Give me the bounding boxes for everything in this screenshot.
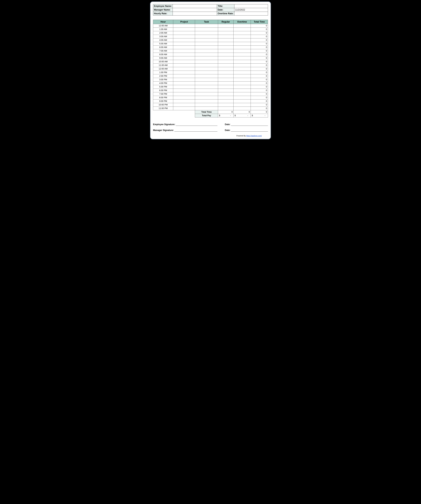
cell-task[interactable] bbox=[195, 64, 218, 67]
cell-overtime[interactable] bbox=[233, 28, 251, 31]
cell-overtime[interactable] bbox=[233, 100, 251, 103]
cell-regular[interactable] bbox=[218, 89, 233, 92]
cell-project[interactable] bbox=[173, 53, 195, 56]
cell-task[interactable] bbox=[195, 28, 218, 31]
cell-task[interactable] bbox=[195, 35, 218, 38]
cell-regular[interactable] bbox=[218, 46, 233, 49]
cell-overtime[interactable] bbox=[233, 35, 251, 38]
cell-task[interactable] bbox=[195, 89, 218, 92]
cell-project[interactable] bbox=[173, 100, 195, 103]
cell-overtime[interactable] bbox=[233, 60, 251, 64]
cell-project[interactable] bbox=[173, 71, 195, 74]
cell-task[interactable] bbox=[195, 78, 218, 82]
cell-regular[interactable] bbox=[218, 64, 233, 67]
manager-signature-line[interactable] bbox=[174, 129, 217, 132]
cell-project[interactable] bbox=[173, 89, 195, 92]
cell-overtime[interactable] bbox=[233, 85, 251, 89]
cell-regular[interactable] bbox=[218, 24, 233, 28]
cell-task[interactable] bbox=[195, 24, 218, 28]
cell-regular[interactable] bbox=[218, 107, 233, 110]
cell-regular[interactable] bbox=[218, 60, 233, 64]
cell-project[interactable] bbox=[173, 64, 195, 67]
date-value[interactable]: 11/2/2022 bbox=[234, 8, 268, 12]
cell-overtime[interactable] bbox=[233, 53, 251, 56]
overtime-rate-value[interactable] bbox=[234, 12, 268, 16]
cell-overtime[interactable] bbox=[233, 96, 251, 100]
cell-project[interactable] bbox=[173, 24, 195, 28]
cell-regular[interactable] bbox=[218, 74, 233, 78]
cell-project[interactable] bbox=[173, 96, 195, 100]
employee-date-line[interactable] bbox=[231, 123, 268, 126]
cell-overtime[interactable] bbox=[233, 46, 251, 49]
cell-regular[interactable] bbox=[218, 42, 233, 46]
cell-project[interactable] bbox=[173, 31, 195, 35]
title-value[interactable] bbox=[234, 4, 268, 8]
cell-project[interactable] bbox=[173, 103, 195, 107]
cell-project[interactable] bbox=[173, 28, 195, 31]
cell-project[interactable] bbox=[173, 74, 195, 78]
cell-overtime[interactable] bbox=[233, 49, 251, 53]
cell-overtime[interactable] bbox=[233, 24, 251, 28]
cell-project[interactable] bbox=[173, 82, 195, 85]
cell-project[interactable] bbox=[173, 46, 195, 49]
cell-project[interactable] bbox=[173, 38, 195, 42]
manager-name-value[interactable] bbox=[173, 8, 217, 12]
cell-task[interactable] bbox=[195, 85, 218, 89]
cell-overtime[interactable] bbox=[233, 74, 251, 78]
manager-date-line[interactable] bbox=[231, 129, 268, 132]
cell-task[interactable] bbox=[195, 67, 218, 71]
cell-regular[interactable] bbox=[218, 38, 233, 42]
cell-task[interactable] bbox=[195, 38, 218, 42]
cell-project[interactable] bbox=[173, 85, 195, 89]
cell-overtime[interactable] bbox=[233, 82, 251, 85]
cell-overtime[interactable] bbox=[233, 42, 251, 46]
cell-overtime[interactable] bbox=[233, 71, 251, 74]
cell-regular[interactable] bbox=[218, 53, 233, 56]
cell-regular[interactable] bbox=[218, 100, 233, 103]
cell-regular[interactable] bbox=[218, 49, 233, 53]
cell-task[interactable] bbox=[195, 107, 218, 110]
cell-regular[interactable] bbox=[218, 56, 233, 60]
cell-overtime[interactable] bbox=[233, 89, 251, 92]
cell-task[interactable] bbox=[195, 49, 218, 53]
cell-regular[interactable] bbox=[218, 71, 233, 74]
cell-regular[interactable] bbox=[218, 96, 233, 100]
cell-overtime[interactable] bbox=[233, 56, 251, 60]
cell-task[interactable] bbox=[195, 92, 218, 96]
cell-overtime[interactable] bbox=[233, 67, 251, 71]
cell-task[interactable] bbox=[195, 60, 218, 64]
cell-project[interactable] bbox=[173, 67, 195, 71]
cell-task[interactable] bbox=[195, 71, 218, 74]
cell-project[interactable] bbox=[173, 56, 195, 60]
cell-project[interactable] bbox=[173, 35, 195, 38]
cell-regular[interactable] bbox=[218, 35, 233, 38]
cell-task[interactable] bbox=[195, 42, 218, 46]
cell-regular[interactable] bbox=[218, 92, 233, 96]
cell-task[interactable] bbox=[195, 100, 218, 103]
cell-task[interactable] bbox=[195, 96, 218, 100]
cell-project[interactable] bbox=[173, 92, 195, 96]
cell-overtime[interactable] bbox=[233, 103, 251, 107]
cell-project[interactable] bbox=[173, 60, 195, 64]
employee-name-value[interactable] bbox=[173, 4, 217, 8]
cell-task[interactable] bbox=[195, 82, 218, 85]
cell-task[interactable] bbox=[195, 31, 218, 35]
footer-link[interactable]: https://apploye.com/ bbox=[246, 135, 262, 137]
cell-project[interactable] bbox=[173, 49, 195, 53]
cell-task[interactable] bbox=[195, 46, 218, 49]
cell-regular[interactable] bbox=[218, 82, 233, 85]
cell-task[interactable] bbox=[195, 74, 218, 78]
cell-overtime[interactable] bbox=[233, 38, 251, 42]
cell-task[interactable] bbox=[195, 103, 218, 107]
cell-regular[interactable] bbox=[218, 28, 233, 31]
cell-overtime[interactable] bbox=[233, 64, 251, 67]
cell-regular[interactable] bbox=[218, 103, 233, 107]
cell-task[interactable] bbox=[195, 53, 218, 56]
cell-project[interactable] bbox=[173, 107, 195, 110]
cell-regular[interactable] bbox=[218, 85, 233, 89]
cell-regular[interactable] bbox=[218, 67, 233, 71]
cell-overtime[interactable] bbox=[233, 78, 251, 82]
employee-signature-line[interactable] bbox=[176, 123, 217, 126]
cell-overtime[interactable] bbox=[233, 107, 251, 110]
cell-regular[interactable] bbox=[218, 31, 233, 35]
